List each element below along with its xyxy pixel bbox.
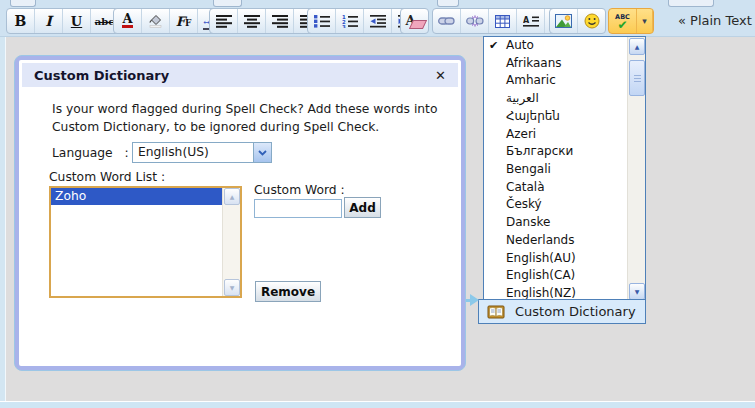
add-button[interactable]: Add [344,197,381,218]
bullet-list-button[interactable] [308,9,336,33]
unlink-button[interactable] [461,9,489,33]
underline-button[interactable]: U [63,9,91,33]
callout-arrow-head [470,294,479,306]
bullet-list-icon [314,14,330,28]
menu-item-bengali[interactable]: Bengali [484,161,645,179]
custom-dictionary-dialog: Custom Dictionary ✕ Is your word flagged… [14,55,466,371]
chevron-down-icon: ▾ [642,16,647,26]
italic-button[interactable]: I [35,9,63,33]
spellcheck-dropdown-button[interactable]: ▾ [637,9,653,33]
bold-button[interactable]: B [7,9,35,33]
font-color-icon: A [122,14,132,28]
line-format-button[interactable]: A [517,9,545,33]
menu-item-cesky[interactable]: Český [484,196,645,214]
arrow-down-icon: ▼ [635,288,640,295]
plain-text-link[interactable]: « Plain Text [678,13,752,28]
custom-word-list-label: Custom Word List : [49,170,165,184]
dialog-title: Custom Dictionary [34,68,169,83]
arrow-up-icon: ▲ [635,43,640,50]
chevron-down-icon [258,150,267,156]
menu-scrollbar[interactable]: ▲ ▼ [627,37,645,301]
dialog-inner: Custom Dictionary ✕ Is your word flagged… [19,60,461,366]
scroll-up-button[interactable]: ▲ [224,188,240,205]
table-icon [495,15,510,28]
toolbar-group-media [549,8,606,34]
insert-smiley-button[interactable] [578,9,605,33]
menu-item-english-ca[interactable]: English(CA) [484,267,645,285]
svg-text:3: 3 [342,24,346,28]
select-arrow-button[interactable] [253,143,271,162]
editor-bottom-border [0,401,755,408]
link-icon [438,16,455,26]
menu-item-amharic[interactable]: Amharic [484,72,645,90]
menu-item-arabic[interactable]: العربية [484,90,645,108]
scrollbar-thumb[interactable] [629,60,645,96]
dialog-description: Is your word flagged during Spell Check?… [52,101,437,136]
align-right-button[interactable] [266,9,294,33]
italic-icon: I [45,13,52,29]
word-list-item-selected[interactable]: Zoho [51,188,223,205]
menu-item-nederlands[interactable]: Nederlands [484,232,645,250]
language-select-value: English(US) [133,143,253,162]
outdent-icon [370,15,386,28]
scroll-up-button[interactable]: ▲ [629,38,645,55]
scroll-down-button[interactable]: ▼ [629,283,645,300]
spellcheck-language-menu: ✔Auto Afrikaans Amharic العربية Հայերեն … [483,36,646,302]
background-color-button[interactable] [142,9,170,33]
insert-table-button[interactable] [489,9,517,33]
menu-item-azeri[interactable]: Azeri [484,126,645,144]
menu-item-afrikaans[interactable]: Afrikaans [484,55,645,73]
align-left-icon [216,15,232,28]
numbered-list-button[interactable]: 123 [336,9,364,33]
dictionary-book-icon [487,305,505,319]
bold-icon: B [15,13,27,29]
align-right-icon [272,15,288,28]
align-center-icon [244,15,260,28]
menu-item-auto[interactable]: ✔Auto [484,37,645,55]
align-center-button[interactable] [238,9,266,33]
scroll-down-button[interactable]: ▼ [224,279,240,296]
language-label: Language : [52,146,129,160]
language-select[interactable]: English(US) [132,142,272,163]
menu-item-catala[interactable]: Català [484,179,645,197]
numbered-list-icon: 123 [342,14,358,28]
menu-item-label: Custom Dictionary [515,304,636,319]
arrow-down-icon: ▼ [230,284,235,291]
menu-item-custom-dictionary[interactable]: Custom Dictionary [478,299,646,324]
remove-button[interactable]: Remove [255,281,321,302]
smiley-icon [584,13,600,29]
editor-left-border [0,0,6,408]
underline-icon: U [71,14,82,29]
menu-item-english-au[interactable]: English(AU) [484,250,645,268]
spellcheck-button[interactable]: ABC ✔ [609,9,637,33]
font-family-button[interactable]: FF [170,9,198,33]
toolbar-group-spellcheck: ABC ✔ ▾ [608,8,654,34]
font-family-icon: FF [176,14,192,29]
custom-word-label: Custom Word : [254,183,345,197]
font-color-button[interactable]: A [114,9,142,33]
outdent-button[interactable] [364,9,392,33]
toolbar: B I U abc A FF ↔T [0,0,755,37]
svg-text:A: A [523,15,530,24]
dialog-title-bar[interactable]: Custom Dictionary ✕ [22,63,458,87]
checkmark-icon: ✔ [489,37,498,55]
clipped-toolbar-button [213,0,242,7]
menu-item-armenian[interactable]: Հայերեն [484,108,645,126]
close-icon[interactable]: ✕ [435,68,446,83]
toolbar-group-clear: A [400,8,429,34]
custom-word-listbox[interactable]: Zoho ▲ ▼ [49,186,242,298]
menu-item-danske[interactable]: Danske [484,214,645,232]
insert-image-button[interactable] [550,9,578,33]
remove-format-button[interactable]: A [401,9,428,33]
custom-word-input[interactable] [254,199,342,218]
paint-bucket-icon [148,14,163,28]
align-left-button[interactable] [210,9,238,33]
insert-link-button[interactable] [433,9,461,33]
clipped-toolbar-button [437,0,459,7]
toolbar-group-text-style: B I U abc [6,8,119,34]
menu-item-bulgarian[interactable]: Български [484,143,645,161]
image-icon [555,14,572,28]
clipped-toolbar-button [10,0,36,7]
arrow-up-icon: ▲ [230,193,235,200]
listbox-scrollbar[interactable]: ▲ ▼ [222,188,240,296]
